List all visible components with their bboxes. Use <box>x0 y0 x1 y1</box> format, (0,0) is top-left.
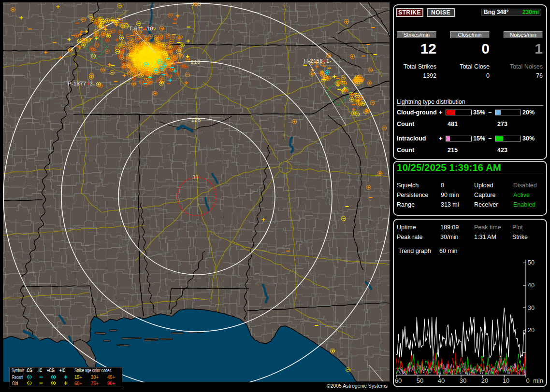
svg-text:P-1877+3-: P-1877+3- <box>68 81 95 86</box>
svg-text:T-611+10v: T-611+10v <box>129 26 156 31</box>
svg-text:125: 125 <box>191 117 202 123</box>
svg-text:31: 31 <box>192 174 199 180</box>
svg-text:©2005 Astrogenic Systems: ©2005 Astrogenic Systems <box>327 383 388 389</box>
svg-text:H-2156+1-: H-2156+1- <box>304 58 332 64</box>
svg-text:219: 219 <box>191 59 201 65</box>
